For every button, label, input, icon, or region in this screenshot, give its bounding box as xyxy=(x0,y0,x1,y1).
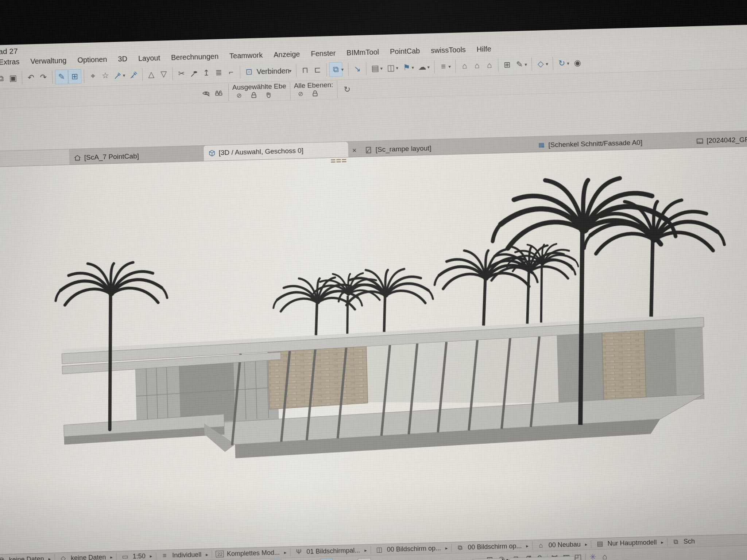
snap-point-icon[interactable]: ✳ xyxy=(308,558,320,560)
menu-teamwork[interactable]: Teamwork xyxy=(224,50,268,61)
graphic-override-icon: ⧉ xyxy=(455,543,465,552)
page-pencil-icon xyxy=(365,146,373,154)
beam-tool-icon[interactable]: ⊓ xyxy=(299,63,311,77)
corner-tool-icon[interactable]: ⌐ xyxy=(225,65,237,79)
scale-segment[interactable]: ▭ 1:50 ▸ xyxy=(118,552,154,560)
menu-verwaltung[interactable]: Verwaltung xyxy=(25,55,72,66)
grab-layer-icon[interactable] xyxy=(264,90,273,99)
camera-house-icon[interactable]: ⌂ xyxy=(599,551,611,560)
snap-grid-icon[interactable]: ⊞ xyxy=(297,559,309,560)
copy-icon[interactable]: ⧉ xyxy=(0,71,7,86)
opening-tool-icon[interactable]: ⊏ xyxy=(311,63,324,77)
menu-swisstools[interactable]: swissTools xyxy=(425,44,471,55)
structure-display-icon: ▤ xyxy=(595,539,605,548)
orbit-3d-icon[interactable]: ↻ xyxy=(556,56,568,70)
window-title: chicad 27 xyxy=(0,47,18,56)
globe-icon[interactable]: ◉ xyxy=(571,56,584,70)
connect-chain-icon[interactable]: ⊡ xyxy=(243,65,255,79)
axonometry-dropdown[interactable]: ▾ xyxy=(546,61,550,66)
cloud-dropdown[interactable]: ▾ xyxy=(427,64,431,70)
undo-icon[interactable]: ↶ xyxy=(24,71,37,85)
marquee-dropdown[interactable]: ▾ xyxy=(341,66,345,72)
monitor-photo: chicad 27 Extras Verwaltung Optionen 3D … xyxy=(0,0,747,560)
partial-segment[interactable]: ⧉ Sch xyxy=(669,537,697,546)
pen-grid-dropdown[interactable]: ▾ xyxy=(525,62,529,67)
clipboard-icon[interactable]: ▣ xyxy=(7,71,19,85)
levels-icon[interactable]: ≣ xyxy=(212,66,225,80)
grid-panel-icon[interactable]: ⊞ xyxy=(501,58,514,72)
layers-segment[interactable]: ≡ Individuell ▸ xyxy=(158,550,210,560)
flag-dropdown[interactable]: ▾ xyxy=(411,65,416,70)
lock-layer-icon[interactable] xyxy=(249,91,258,99)
story-settings-icon[interactable]: ⌂ xyxy=(458,59,471,73)
attribute-pen-icon[interactable]: ✎ xyxy=(55,69,68,84)
ok-button[interactable]: OK xyxy=(472,558,503,560)
story-down-icon[interactable]: ⌂ xyxy=(483,58,496,73)
structure-display-segment[interactable]: ▤ Nur Hauptmodell ▸ xyxy=(593,538,666,548)
menu-fenster[interactable]: Fenster xyxy=(305,48,341,59)
scissors-icon[interactable]: ✂ xyxy=(175,67,188,81)
syringe-icon[interactable] xyxy=(127,68,140,82)
hide-layer-icon[interactable]: ⊘ xyxy=(235,91,244,100)
survey-segment[interactable]: keine Daten ▸ xyxy=(0,554,53,560)
menu-3d[interactable]: 3D xyxy=(112,54,133,64)
layer-combination-segment[interactable]: 22 Komplettes Mod... ▸ xyxy=(214,548,289,558)
menu-anzeige[interactable]: Anzeige xyxy=(268,49,306,60)
verbinden-dropdown[interactable]: ▾ xyxy=(289,68,294,73)
orbit-dropdown[interactable]: ▾ xyxy=(567,61,571,66)
raster-grid-icon[interactable]: ⊞ xyxy=(68,69,81,84)
favorite-icon: ◇ xyxy=(58,554,68,560)
increase-icon[interactable]: △ xyxy=(145,67,158,82)
renovation-dropdown[interactable]: ▾ xyxy=(380,65,384,71)
menu-hilfe[interactable]: Hilfe xyxy=(471,44,497,54)
story-up-icon[interactable]: ⌂ xyxy=(471,59,483,73)
half-snap-group[interactable]: Hälfte ▸ xyxy=(337,556,371,560)
home-icon xyxy=(74,154,82,162)
hide-all-layers-icon[interactable]: ⊘ xyxy=(296,90,305,98)
renovation-cards-icon[interactable]: ▤ xyxy=(369,61,382,75)
graphic-override-segment[interactable]: ⧉ 00 Bildschirm op... ▸ xyxy=(453,541,531,552)
model-view-segment[interactable]: ◫ 00 Bildschirm op... ▸ xyxy=(372,544,450,555)
library-part-icon[interactable]: ✳ xyxy=(587,551,599,560)
zoom-target-icon[interactable]: ⌖ xyxy=(86,69,99,83)
flag-list-icon[interactable]: ⚑ xyxy=(400,61,413,75)
elevate-icon[interactable]: ↥ xyxy=(200,66,213,80)
layers-icon: ≡ xyxy=(160,551,170,560)
tab-close-button[interactable]: × xyxy=(348,144,361,157)
menu-berechnungen[interactable]: Berechnungen xyxy=(166,51,224,62)
verbinden-label[interactable]: Verbinden xyxy=(256,66,290,75)
relative-coords-icon[interactable]: ⊠ xyxy=(320,558,333,560)
model-viewport[interactable] xyxy=(0,147,747,555)
favorite-segment[interactable]: ◇ keine Daten ▸ xyxy=(56,552,115,560)
collapse-icon[interactable]: ↘ xyxy=(351,62,364,76)
menu-layout[interactable]: Layout xyxy=(133,53,166,63)
menu-pointcab[interactable]: PointCab xyxy=(384,46,426,57)
decrease-icon[interactable]: ▽ xyxy=(157,67,170,81)
section-view-icon[interactable]: ◫ xyxy=(384,61,397,75)
section-dropdown[interactable]: ▾ xyxy=(396,65,400,70)
layers-dropdown[interactable]: ▾ xyxy=(448,63,453,69)
lock-all-layers-icon[interactable] xyxy=(311,89,320,98)
pen-set-segment[interactable]: Ψ 01 Bildschirmpal... ▸ xyxy=(292,546,369,557)
half-dropdown-arrow[interactable]: ▸ xyxy=(357,558,371,560)
reset-layers-icon[interactable]: ↻ xyxy=(341,82,353,97)
eyedropper-dropdown[interactable]: ▾ xyxy=(123,73,127,78)
menu-extras[interactable]: Extras xyxy=(0,57,25,67)
axe-split-icon[interactable] xyxy=(187,66,200,81)
axonometry-icon[interactable]: ◇ xyxy=(534,57,547,71)
tab-grundriss-ug[interactable]: [2024042_GR_1.UG Grundriss 1.Unterges... xyxy=(692,133,747,148)
pen-grid-icon[interactable]: ✎ xyxy=(513,57,526,71)
cloud-teamwork-icon[interactable]: ☁ xyxy=(416,60,429,74)
marquee-selection-icon[interactable]: ⧉ xyxy=(329,62,342,77)
layers-stack-icon[interactable]: ≡ xyxy=(437,59,450,74)
lock-unlock-icon[interactable] xyxy=(212,86,225,100)
scale-icon: ▭ xyxy=(120,552,130,560)
renovation-segment[interactable]: ⌂ 00 Neubau ▸ xyxy=(534,540,590,550)
favorites-star-icon[interactable]: ☆ xyxy=(99,69,112,83)
eyedropper-icon[interactable] xyxy=(111,68,124,82)
menu-optionen[interactable]: Optionen xyxy=(72,54,113,65)
redo-icon[interactable]: ↷ xyxy=(37,70,50,85)
selected-layer-group: Ausgewählte Ebe ⊘ xyxy=(232,82,287,100)
menu-bimmtool[interactable]: BIMmTool xyxy=(341,47,385,58)
eye-swirl-icon[interactable] xyxy=(200,86,213,101)
